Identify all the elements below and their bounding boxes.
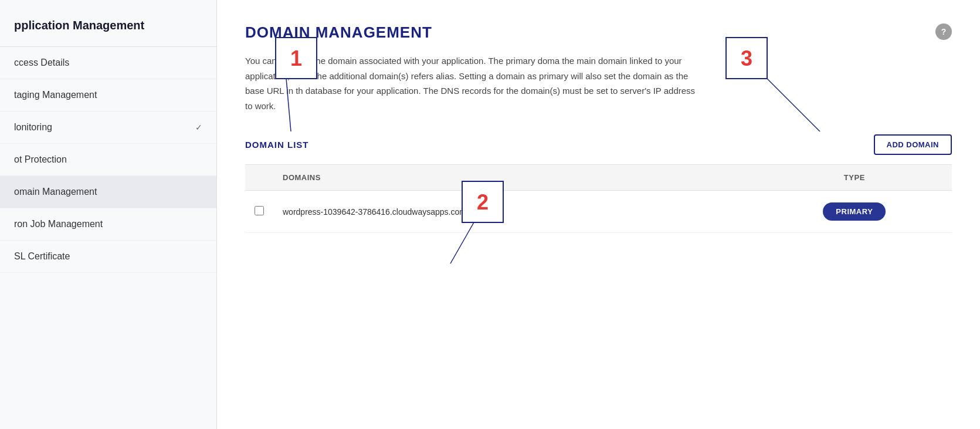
- domains-column-header: DOMAINS: [273, 165, 757, 191]
- domain-list-label: DOMAIN LIST: [245, 140, 309, 150]
- sidebar-item-ssl-certificate[interactable]: SL Certificate: [0, 241, 216, 273]
- sidebar-item-bot-protection[interactable]: ot Protection: [0, 144, 216, 176]
- sidebar-item-label: ot Protection: [14, 154, 67, 165]
- chevron-down-icon: ✓: [195, 123, 202, 132]
- domain-url-cell: wordpress-1039642-3786416.cloudwaysapps.…: [273, 191, 757, 233]
- row-checkbox-cell: [245, 191, 273, 233]
- page-title: DOMAIN MANAGEMENT: [245, 23, 952, 42]
- sidebar-item-label: taging Management: [14, 90, 97, 100]
- domain-table: DOMAINS TYPE wordpress-1039642-3786416.c…: [245, 164, 952, 233]
- svg-line-8: [767, 79, 820, 131]
- table-row: wordpress-1039642-3786416.cloudwaysapps.…: [245, 191, 952, 233]
- add-domain-button[interactable]: ADD DOMAIN: [874, 134, 952, 155]
- primary-badge: PRIMARY: [823, 202, 886, 221]
- domain-section: DOMAIN LIST ADD DOMAIN DOMAINS TYPE word…: [245, 134, 952, 233]
- sidebar-item-label: ccess Details: [14, 58, 69, 68]
- sidebar-item-domain-management[interactable]: omain Management: [0, 176, 216, 208]
- sidebar-item-label: omain Management: [14, 187, 97, 197]
- sidebar-item-cron-job-management[interactable]: ron Job Management: [0, 208, 216, 241]
- sidebar-item-staging-management[interactable]: taging Management: [0, 79, 216, 112]
- sidebar-item-access-details[interactable]: ccess Details: [0, 47, 216, 79]
- sidebar-item-label: SL Certificate: [14, 251, 70, 262]
- help-icon[interactable]: ?: [935, 23, 952, 40]
- description-text: You can manage the domain associated wit…: [245, 53, 703, 113]
- sidebar-item-label: ron Job Management: [14, 219, 103, 229]
- sidebar-item-monitoring[interactable]: lonitoring ✓: [0, 112, 216, 144]
- domain-url: wordpress-1039642-3786416.cloudwaysapps.…: [283, 207, 466, 217]
- sidebar-item-label: lonitoring: [14, 122, 52, 133]
- type-column-header: TYPE: [757, 165, 952, 191]
- sidebar: pplication Management ccess Details tagi…: [0, 0, 217, 429]
- domain-checkbox[interactable]: [255, 206, 264, 215]
- svg-rect-6: [726, 38, 767, 79]
- svg-text:3: 3: [741, 46, 752, 70]
- main-content: ? DOMAIN MANAGEMENT You can manage the d…: [217, 0, 980, 429]
- type-cell: PRIMARY: [757, 191, 952, 233]
- table-header-row: DOMAINS TYPE: [245, 165, 952, 191]
- sidebar-title: pplication Management: [0, 0, 216, 47]
- checkbox-header: [245, 165, 273, 191]
- section-header: DOMAIN LIST ADD DOMAIN: [245, 134, 952, 155]
